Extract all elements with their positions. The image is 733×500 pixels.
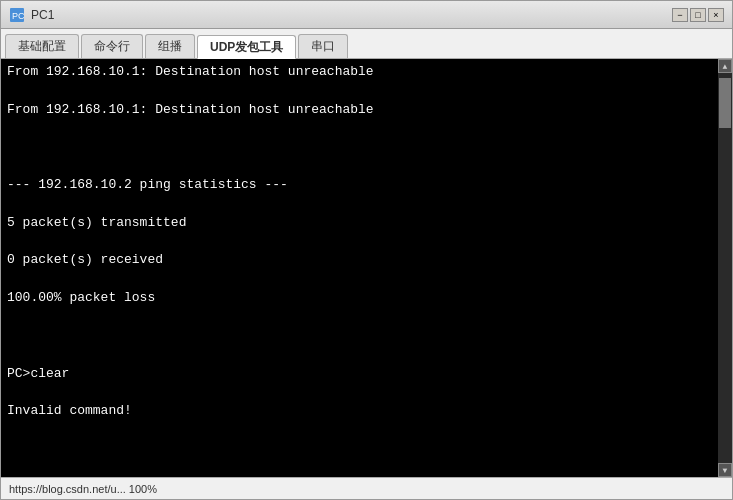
close-button[interactable]: × — [708, 8, 724, 22]
line-8 — [7, 327, 712, 346]
scroll-track — [718, 73, 732, 463]
title-bar: PC PC1 − □ × — [1, 1, 732, 29]
window-title: PC1 — [31, 8, 54, 22]
minimize-button[interactable]: − — [672, 8, 688, 22]
scroll-down-button[interactable]: ▼ — [718, 463, 732, 477]
tab-multicast[interactable]: 组播 — [145, 34, 195, 58]
terminal[interactable]: From 192.168.10.1: Destination host unre… — [1, 59, 718, 477]
line-9: PC>clear — [7, 365, 712, 384]
tab-basic-config[interactable]: 基础配置 — [5, 34, 79, 58]
title-controls: − □ × — [672, 8, 724, 22]
line-5: 5 packet(s) transmitted — [7, 214, 712, 233]
scroll-up-button[interactable]: ▲ — [718, 59, 732, 73]
svg-text:PC: PC — [12, 11, 25, 21]
line-6: 0 packet(s) received — [7, 251, 712, 270]
terminal-wrapper: From 192.168.10.1: Destination host unre… — [1, 59, 732, 477]
maximize-button[interactable]: □ — [690, 8, 706, 22]
line-11 — [7, 440, 712, 459]
main-window: PC PC1 − □ × 基础配置 命令行 组播 UDP发包工具 串口 From… — [0, 0, 733, 500]
window-icon: PC — [9, 7, 25, 23]
line-10: Invalid command! — [7, 402, 712, 421]
line-4: --- 192.168.10.2 ping statistics --- — [7, 176, 712, 195]
status-url: https://blog.csdn.net/u... 100% — [9, 483, 157, 495]
scroll-thumb[interactable] — [719, 78, 731, 128]
status-bar: https://blog.csdn.net/u... 100% — [1, 477, 732, 499]
tabs-bar: 基础配置 命令行 组播 UDP发包工具 串口 — [1, 29, 732, 59]
tab-serial[interactable]: 串口 — [298, 34, 348, 58]
line-2: From 192.168.10.1: Destination host unre… — [7, 101, 712, 120]
line-1: From 192.168.10.1: Destination host unre… — [7, 63, 712, 82]
title-bar-left: PC PC1 — [9, 7, 54, 23]
line-7: 100.00% packet loss — [7, 289, 712, 308]
tab-udp-tool[interactable]: UDP发包工具 — [197, 35, 296, 59]
tab-command-line[interactable]: 命令行 — [81, 34, 143, 58]
vertical-scrollbar[interactable]: ▲ ▼ — [718, 59, 732, 477]
line-3 — [7, 138, 712, 157]
